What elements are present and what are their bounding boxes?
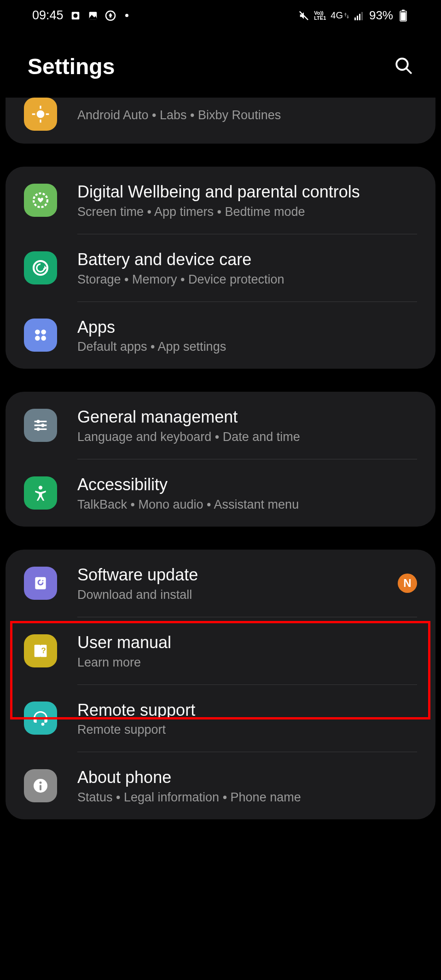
volte-indicator: Vo)) LTE1: [314, 11, 326, 21]
signal-icon: [354, 10, 365, 21]
status-right: Vo)) LTE1 4G 93%: [298, 8, 409, 23]
svg-rect-11: [361, 12, 363, 20]
svg-point-25: [35, 330, 40, 335]
status-time: 09:45: [32, 8, 64, 23]
status-left: 09:45: [32, 8, 128, 23]
settings-item-title: User manual: [77, 632, 417, 654]
svg-rect-44: [40, 785, 41, 791]
settings-item-title: Apps: [77, 317, 417, 338]
about-phone-icon: [24, 769, 57, 802]
svg-point-43: [40, 782, 42, 784]
svg-rect-10: [359, 14, 360, 20]
battery-percent: 93%: [369, 8, 393, 23]
advanced-features-icon: [24, 98, 57, 131]
settings-item-advanced-features[interactable]: Android Auto • Labs • Bixby Routines: [6, 98, 435, 144]
network-type: 4G: [331, 10, 349, 21]
svg-point-41: [41, 723, 45, 726]
mute-icon: [298, 10, 309, 21]
svg-rect-19: [40, 120, 41, 123]
notification-icon-1: [70, 10, 81, 21]
settings-item-subtitle: Download and install: [77, 588, 398, 602]
settings-item-subtitle: TalkBack • Mono audio • Assistant menu: [77, 498, 417, 512]
general-management-icon: [24, 409, 57, 442]
settings-item-remote-support[interactable]: Remote support Remote support: [6, 685, 435, 752]
svg-rect-20: [32, 113, 35, 115]
accessibility-icon: [24, 476, 57, 510]
battery-care-icon: [24, 251, 57, 284]
remote-support-icon: [24, 702, 57, 735]
settings-item-subtitle: Default apps • App settings: [77, 340, 417, 354]
search-icon: [394, 56, 413, 75]
header: Settings: [0, 31, 441, 98]
svg-rect-18: [40, 106, 41, 109]
settings-item-title: About phone: [77, 767, 417, 789]
settings-group: Software update Download and install N ?…: [6, 550, 435, 819]
settings-group: Digital Wellbeing and parental controls …: [6, 167, 435, 369]
settings-item-general-management[interactable]: General management Language and keyboard…: [6, 392, 435, 459]
settings-item-user-manual[interactable]: ? User manual Learn more: [6, 617, 435, 684]
svg-point-35: [39, 486, 42, 489]
svg-point-17: [37, 110, 45, 118]
wellbeing-icon: [24, 184, 57, 217]
settings-item-battery-care[interactable]: Battery and device care Storage • Memory…: [6, 234, 435, 302]
svg-rect-36: [35, 577, 46, 590]
settings-item-about-phone[interactable]: About phone Status • Legal information •…: [6, 752, 435, 819]
settings-item-software-update[interactable]: Software update Download and install N: [6, 550, 435, 617]
svg-point-34: [36, 428, 40, 431]
svg-point-32: [41, 424, 44, 427]
settings-group: Android Auto • Labs • Bixby Routines: [6, 98, 435, 144]
more-notifications-dot: [125, 14, 128, 17]
svg-rect-38: [35, 644, 41, 657]
settings-item-title: General management: [77, 406, 417, 428]
settings-item-subtitle: Remote support: [77, 723, 417, 737]
battery-icon: [398, 10, 409, 21]
settings-list: Android Auto • Labs • Bixby Routines Dig…: [0, 98, 441, 819]
svg-rect-8: [354, 17, 356, 20]
settings-item-digital-wellbeing[interactable]: Digital Wellbeing and parental controls …: [6, 167, 435, 234]
settings-item-title: Accessibility: [77, 474, 417, 496]
svg-line-16: [406, 68, 411, 73]
svg-rect-9: [357, 16, 358, 20]
user-manual-icon: ?: [24, 634, 57, 667]
page-title: Settings: [28, 54, 115, 79]
svg-rect-14: [401, 12, 406, 20]
svg-rect-21: [46, 113, 49, 115]
settings-item-subtitle: Status • Legal information • Phone name: [77, 790, 417, 805]
svg-point-30: [36, 420, 40, 423]
svg-point-26: [41, 330, 46, 335]
settings-group: General management Language and keyboard…: [6, 392, 435, 527]
settings-item-subtitle: Screen time • App timers • Bedtime mode: [77, 205, 417, 219]
settings-item-subtitle: Learn more: [77, 655, 417, 670]
svg-text:?: ?: [41, 646, 46, 655]
search-button[interactable]: [394, 56, 413, 77]
status-bar: 09:45 Vo)) LTE1 4G 93%: [0, 0, 441, 31]
software-update-icon: [24, 567, 57, 600]
settings-item-subtitle: Language and keyboard • Date and time: [77, 430, 417, 444]
settings-item-subtitle: Android Auto • Labs • Bixby Routines: [77, 108, 417, 122]
settings-item-title: Battery and device care: [77, 249, 417, 271]
settings-item-subtitle: Storage • Memory • Device protection: [77, 273, 417, 287]
settings-item-title: Remote support: [77, 700, 417, 721]
settings-item-title: Software update: [77, 564, 398, 586]
svg-rect-6: [110, 15, 111, 17]
settings-item-title: Digital Wellbeing and parental controls: [77, 181, 417, 203]
notification-badge: N: [398, 574, 417, 593]
svg-point-28: [41, 336, 46, 341]
settings-item-accessibility[interactable]: Accessibility TalkBack • Mono audio • As…: [6, 459, 435, 527]
svg-point-1: [73, 13, 77, 17]
app-update-icon: [105, 10, 116, 21]
svg-point-27: [35, 336, 40, 341]
settings-item-apps[interactable]: Apps Default apps • App settings: [6, 302, 435, 369]
gallery-icon: [87, 10, 99, 21]
apps-icon: [24, 319, 57, 352]
